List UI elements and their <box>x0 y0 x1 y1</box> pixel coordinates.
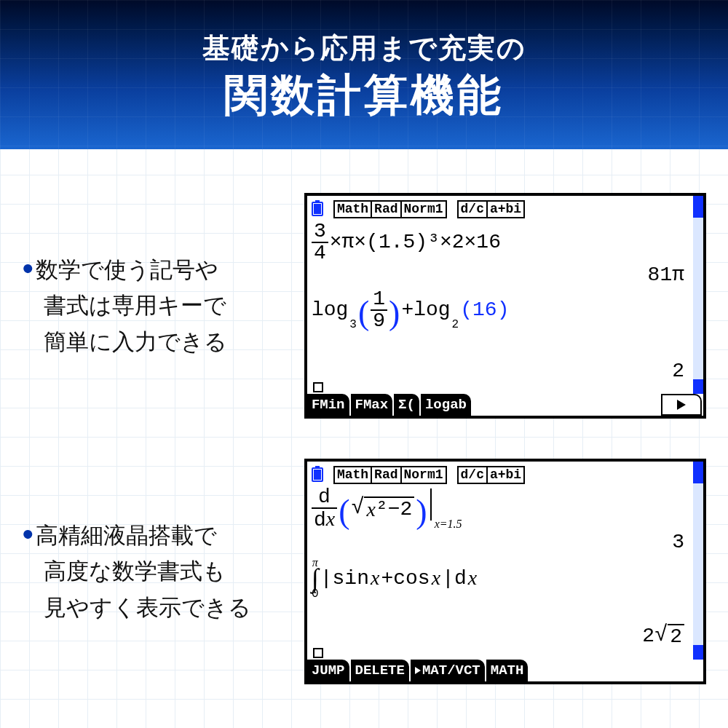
log2-arg: (16) <box>460 298 509 321</box>
feature-2-line1: 高精細液晶搭載で <box>36 518 217 554</box>
feature-2-line3: 見やすく表示できる <box>44 590 251 626</box>
expression-1: 34 ×π×(1.5)³×2×16 <box>312 221 689 264</box>
eval-point: x=1.5 <box>435 518 462 531</box>
status-abi: a+bi <box>488 466 525 484</box>
feature-row-2: ●高精細液晶搭載で 高度な数学書式も 見やすく表示できる Math Rad No… <box>22 459 706 684</box>
triangle-right-icon <box>677 400 686 410</box>
feature-1-line3: 簡単に入力できる <box>44 324 227 360</box>
result-2: 2 <box>312 360 689 382</box>
calculator-screen-2: Math Rad Norm1 d/c a+bi d dx <box>304 459 706 684</box>
result-1: 81π <box>312 264 689 286</box>
status-math: Math <box>333 466 372 484</box>
expression-2: log 3 ( 19 ) +log 2 (16) <box>312 289 689 331</box>
feature-1-line1: 数学で使う記号や <box>36 252 218 288</box>
softkey-logab[interactable]: logab <box>421 394 471 416</box>
integral-icon: ∫ <box>312 568 319 589</box>
fraction-1-9: 19 <box>371 289 387 331</box>
feature-1-line2: 書式は専用キーで <box>44 288 226 324</box>
status-rad: Rad <box>372 200 401 218</box>
scrollbar[interactable] <box>693 462 703 660</box>
bullet-icon: ● <box>22 252 34 288</box>
softkey-math[interactable]: MATH <box>486 660 529 681</box>
status-math: Math <box>333 200 372 218</box>
calculator-screen-1: Math Rad Norm1 d/c a+bi 34 ×π× <box>304 193 706 419</box>
status-rad: Rad <box>372 466 401 484</box>
status-bar: Math Rad Norm1 d/c a+bi <box>312 464 689 487</box>
expression-3: d dx ( √ x²−2 ) x=1.5 <box>312 487 689 531</box>
status-dc: d/c <box>457 200 488 218</box>
cursor-box-icon <box>313 382 323 392</box>
result-4: 2√2 <box>312 624 689 648</box>
result-3: 3 <box>312 531 689 553</box>
softkey-jump[interactable]: JUMP <box>307 660 349 681</box>
square-root: √ x²−2 <box>351 496 414 521</box>
feature-1-text: ●数学で使う記号や 書式は専用キーで 簡単に入力できる <box>22 252 290 360</box>
bullet-icon: ● <box>22 518 34 554</box>
battery-icon <box>312 202 323 216</box>
softkey-bar-1: FMin FMax Σ( logab <box>307 394 703 416</box>
softkey-next[interactable] <box>661 394 702 416</box>
expression-4: π ∫ 0 |sin x +cos x |dx <box>312 558 689 600</box>
softkey-sigma[interactable]: Σ( <box>394 394 419 416</box>
status-dc: d/c <box>457 466 488 484</box>
feature-row-1: ●数学で使う記号や 書式は専用キーで 簡単に入力できる Math Rad Nor… <box>22 193 706 419</box>
battery-icon <box>312 467 323 482</box>
hero-subtitle: 基礎から応用まで充実の <box>202 30 526 67</box>
hero-title: 関数計算機能 <box>224 71 504 119</box>
softkey-bar-2: JUMP DELETE MAT/VCT MATH <box>307 660 703 681</box>
status-norm: Norm1 <box>402 466 447 484</box>
status-abi: a+bi <box>488 200 525 218</box>
softkey-matvct[interactable]: MAT/VCT <box>411 660 485 681</box>
eval-bar-icon <box>430 488 432 521</box>
triangle-right-icon <box>415 667 421 674</box>
scrollbar[interactable] <box>693 196 703 394</box>
feature-2-text: ●高精細液晶搭載で 高度な数学書式も 見やすく表示できる <box>22 518 290 626</box>
softkey-fmax[interactable]: FMax <box>351 394 393 416</box>
fraction-3-4: 34 <box>312 221 328 264</box>
hero-banner: 基礎から応用まで充実の 関数計算機能 <box>0 0 728 149</box>
feature-2-line2: 高度な数学書式も <box>44 553 226 590</box>
content-area: ●数学で使う記号や 書式は専用キーで 簡単に入力できる Math Rad Nor… <box>0 149 728 728</box>
cursor-box-icon <box>313 648 323 658</box>
expression-1-rest: ×π×(1.5)³×2×16 <box>330 231 501 253</box>
status-bar: Math Rad Norm1 d/c a+bi <box>312 199 689 221</box>
softkey-delete[interactable]: DELETE <box>351 660 409 681</box>
status-norm: Norm1 <box>402 200 447 218</box>
softkey-fmin[interactable]: FMin <box>307 394 349 416</box>
d-dx-fraction: d dx <box>312 487 337 531</box>
